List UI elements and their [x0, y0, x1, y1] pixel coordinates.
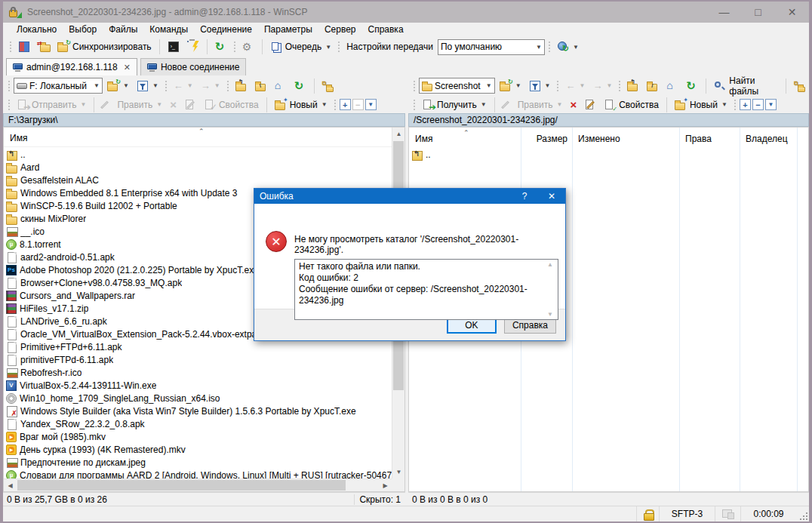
- session-tab-close-icon[interactable]: ✕: [124, 63, 131, 72]
- remote-unselect-button[interactable]: −: [752, 99, 764, 110]
- globe-dropdown-arrow[interactable]: ▼: [573, 44, 579, 51]
- menu-файлы[interactable]: Файлы: [103, 23, 143, 36]
- column-header-4[interactable]: Права: [679, 134, 740, 144]
- local-unselect-button[interactable]: −: [352, 99, 364, 110]
- remote-home-directory-button[interactable]: ⌂: [663, 77, 681, 95]
- file-row[interactable]: ..: [409, 148, 808, 161]
- compare-panels-button[interactable]: [15, 38, 33, 56]
- menu-справка[interactable]: Справка: [361, 23, 409, 36]
- remote-root-directory-button[interactable]: /: [644, 77, 662, 95]
- remote-delete-button[interactable]: ×: [567, 96, 580, 114]
- file-row[interactable]: Враг мой (1985).mkv: [4, 430, 392, 443]
- file-row[interactable]: Yandex_SRow_22.3.2_0.8.apk: [4, 417, 392, 430]
- remote-properties-button[interactable]: ✓Свойства: [601, 96, 662, 114]
- menu-параметры[interactable]: Параметры: [258, 23, 318, 36]
- local-open-directory-button[interactable]: ↻▼: [104, 77, 132, 95]
- file-row[interactable]: µСловари для программы AARD 2 [Android, …: [4, 469, 392, 478]
- local-rename-button[interactable]: [181, 96, 199, 114]
- remote-refresh-button[interactable]: ↻: [683, 77, 701, 95]
- transfer-preset-dropdown-arrow[interactable]: ▼: [533, 44, 542, 51]
- queue-dropdown-arrow[interactable]: ▼: [325, 44, 331, 51]
- local-filter-button[interactable]: ▼: [134, 77, 161, 95]
- local-path-bar[interactable]: F:\Загрузки\: [3, 113, 405, 127]
- local-select-button[interactable]: +: [340, 99, 351, 110]
- remote-back-button[interactable]: ←▼: [562, 77, 588, 95]
- open-terminal-button[interactable]: ›_: [165, 38, 183, 56]
- tab-new-session[interactable]: Новое соединение: [140, 58, 247, 75]
- local-properties-button[interactable]: ✓Свойства: [201, 96, 262, 114]
- column-header-3[interactable]: Изменено: [572, 134, 679, 144]
- local-new-button[interactable]: ✦Новый▼: [272, 96, 331, 114]
- local-invert-selection-button[interactable]: ▼: [365, 99, 377, 110]
- local-horizontal-scrollbar[interactable]: ◀ ▶: [4, 478, 392, 491]
- file-row[interactable]: Windows Style Builder (aka Vista Win7 St…: [4, 405, 392, 417]
- local-delete-button[interactable]: ×: [167, 96, 180, 114]
- menu-выбор[interactable]: Выбор: [63, 23, 103, 36]
- remote-edit-button[interactable]: Править▼: [500, 96, 566, 114]
- encryption-cell[interactable]: [636, 506, 659, 521]
- menu-сервер[interactable]: Сервер: [318, 23, 362, 36]
- remote-invert-selection-button[interactable]: ▼: [765, 99, 777, 110]
- menu-локально[interactable]: Локально: [11, 23, 63, 36]
- protocol-cell[interactable]: SFTP-3: [659, 506, 715, 521]
- remote-path-bar[interactable]: /Screenshot_20220301-234236.jpg/: [408, 113, 809, 127]
- remote-select-button[interactable]: +: [740, 99, 751, 110]
- maximize-button[interactable]: □: [741, 2, 775, 23]
- minimize-button[interactable]: —: [707, 2, 741, 23]
- local-root-directory-button[interactable]: \: [252, 77, 270, 95]
- queue-button[interactable]: Очередь ▼: [267, 38, 335, 56]
- scroll-right-arrow[interactable]: ▶: [379, 479, 392, 492]
- scroll-thumb[interactable]: [17, 480, 346, 491]
- remote-new-button[interactable]: ✦Новый▼: [672, 96, 730, 114]
- file-row[interactable]: Win10_home_1709_SingleLang_Russian_x64.i…: [4, 392, 392, 405]
- download-button[interactable]: ➔Получить▼: [419, 96, 490, 114]
- dialog-close-icon[interactable]: ✕: [538, 191, 565, 202]
- tab-session[interactable]: admin@192.168.1.118 ✕: [6, 58, 137, 75]
- upload-button[interactable]: ➔Отправить▼: [14, 96, 89, 114]
- column-header-5[interactable]: Владелец: [740, 134, 808, 144]
- local-name-column-header[interactable]: Имя: [10, 133, 27, 143]
- refresh-button[interactable]: ↻: [212, 38, 230, 56]
- file-row[interactable]: Gesaffelstein ALAC: [4, 174, 392, 186]
- file-row[interactable]: Primitive+FTPd+6.11.apk: [4, 340, 392, 353]
- local-edit-button[interactable]: Править▼: [99, 96, 165, 114]
- drive-combobox[interactable]: F: Локальный дис ▼: [14, 78, 103, 94]
- dialog-details-box[interactable]: Нет такого файла или папки. Код ошибки: …: [294, 259, 558, 320]
- synchronize-browsing-toggle-button[interactable]: ▼: [554, 38, 582, 56]
- local-home-directory-button[interactable]: ⌂: [272, 77, 290, 95]
- console-button[interactable]: [184, 38, 202, 56]
- synchronize-browsing-button[interactable]: ⇄: [35, 38, 53, 56]
- scroll-left-arrow[interactable]: ◀: [4, 479, 17, 492]
- local-status-hidden[interactable]: Скрыто: 1: [354, 494, 405, 505]
- file-row[interactable]: Aard: [4, 161, 392, 174]
- synchronize-button[interactable]: ↻ Синхронизировать: [54, 38, 155, 56]
- dialog-details-scrollbar[interactable]: ▲▼: [544, 260, 556, 319]
- local-column-header[interactable]: Имя ⌃: [4, 128, 404, 147]
- remote-parent-directory-button[interactable]: ↰: [624, 77, 642, 95]
- remote-open-directory-button[interactable]: ↻▼: [497, 77, 524, 95]
- scroll-down-arrow[interactable]: ▼: [392, 466, 405, 478]
- file-row[interactable]: Предпочтение по дискам.jpeg: [4, 456, 392, 469]
- remote-directory-combobox[interactable]: Screenshot ▼: [419, 78, 495, 94]
- scroll-up-arrow[interactable]: ▲: [392, 128, 405, 140]
- file-row[interactable]: primitiveFTPd-6.11.apk: [4, 353, 392, 366]
- remote-open-in-explorer-button[interactable]: ⧉: [791, 77, 809, 95]
- local-forward-button[interactable]: →▼: [198, 77, 223, 95]
- remote-forward-button[interactable]: →▼: [589, 77, 615, 95]
- find-files-button[interactable]: Найти файлы: [711, 77, 781, 95]
- column-header-2[interactable]: Размер: [521, 134, 572, 144]
- preferences-button[interactable]: ⚙: [239, 38, 257, 56]
- file-row[interactable]: ..: [4, 148, 392, 161]
- file-row[interactable]: Rebofresh-r.ico: [4, 366, 392, 379]
- local-back-button[interactable]: ←▼: [171, 77, 196, 95]
- file-row[interactable]: VVirtualBox-5.2.44-139111-Win.exe: [4, 379, 392, 392]
- close-button[interactable]: ✕: [775, 2, 809, 23]
- transfer-settings-button[interactable]: Настройки передачи: [343, 38, 436, 56]
- menu-соединение[interactable]: Соединение: [194, 23, 258, 36]
- file-row[interactable]: День сурка (1993) (4K Remastered).mkv: [4, 443, 392, 456]
- local-parent-directory-button[interactable]: ↰: [232, 77, 251, 95]
- remote-rename-button[interactable]: [581, 96, 599, 114]
- dialog-help-icon[interactable]: ?: [511, 191, 538, 202]
- server-cell[interactable]: [715, 506, 740, 521]
- local-refresh-button[interactable]: ↻: [291, 77, 309, 95]
